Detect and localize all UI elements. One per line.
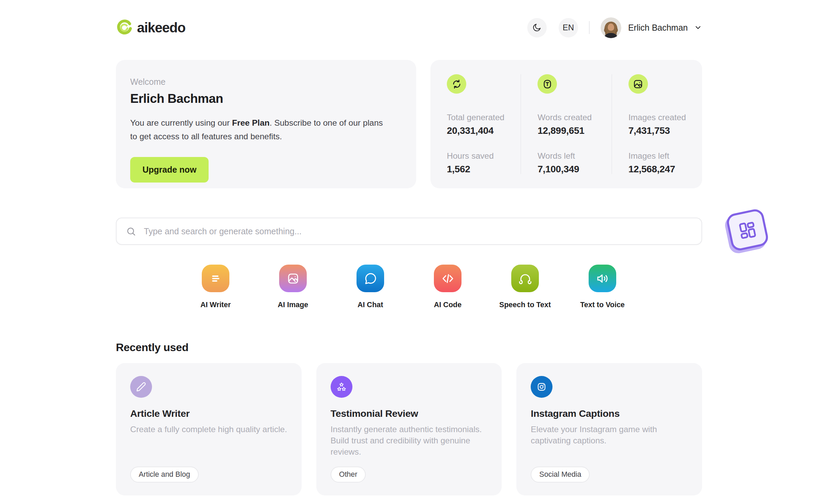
instagram-icon: [531, 376, 552, 398]
language-label: EN: [563, 23, 574, 32]
welcome-card: Welcome Erlich Bachman You are currently…: [116, 60, 416, 188]
stat-label: Words left: [537, 151, 611, 161]
tool-label: AI Writer: [200, 301, 231, 309]
code-icon: [434, 265, 461, 292]
tool-label: AI Image: [278, 301, 308, 309]
speaker-icon: [589, 265, 616, 292]
language-button[interactable]: EN: [559, 18, 578, 37]
stat-label: Images left: [628, 151, 702, 161]
headphones-icon: [511, 265, 539, 292]
tool-speech-to-text[interactable]: Speech to Text: [486, 265, 564, 309]
stat-label: Images created: [628, 113, 702, 122]
recently-used-row: Article Writer Create a fully complete h…: [116, 363, 702, 495]
theme-toggle-button[interactable]: [527, 18, 547, 37]
stat-value: 1,562: [447, 164, 520, 175]
user-menu[interactable]: Erlich Bachman: [601, 17, 702, 38]
text-icon: [537, 74, 557, 94]
card-title: Testimonial Review: [331, 408, 488, 419]
welcome-eyebrow: Welcome: [130, 77, 402, 87]
recently-used-heading: Recently used: [116, 341, 702, 354]
pencil-icon: [130, 376, 152, 398]
tool-ai-chat[interactable]: AI Chat: [332, 265, 409, 309]
dashboard-page: aikeedo EN: [116, 0, 702, 495]
stat-column-generated: Total generated 20,331,404 Hours saved 1…: [430, 74, 520, 174]
widgets-button[interactable]: [725, 208, 770, 252]
card-description: Elevate your Instagram game with captiva…: [531, 424, 688, 446]
card-title: Instagram Captions: [531, 408, 688, 419]
image-icon: [279, 265, 307, 292]
search-bar: [116, 218, 702, 245]
logo-icon: [116, 19, 133, 36]
card-tag: Other: [331, 467, 366, 483]
chat-icon: [357, 265, 384, 292]
stat-label: Total generated: [447, 113, 520, 122]
card-testimonial-review[interactable]: Testimonial Review Instantly generate au…: [316, 363, 502, 495]
upgrade-button[interactable]: Upgrade now: [130, 157, 209, 183]
tool-text-to-voice[interactable]: Text to Voice: [564, 265, 641, 309]
card-article-writer[interactable]: Article Writer Create a fully complete h…: [116, 363, 302, 495]
stat-label: Hours saved: [447, 151, 520, 161]
tool-label: AI Code: [434, 301, 461, 309]
stat-column-images: Images created 7,431,753 Images left 12,…: [611, 74, 702, 174]
tool-ai-code[interactable]: AI Code: [409, 265, 486, 309]
header: aikeedo EN: [116, 17, 702, 38]
avatar: [601, 17, 621, 38]
image-icon: [628, 74, 648, 94]
header-divider: [589, 21, 590, 34]
grid-icon: [736, 218, 759, 242]
card-tag: Social Media: [531, 467, 590, 483]
chevron-down-icon: [694, 23, 702, 32]
stat-column-words: Words created 12,899,651 Words left 7,10…: [520, 74, 611, 174]
logo[interactable]: aikeedo: [116, 19, 185, 36]
user-name: Erlich Bachman: [628, 23, 688, 33]
usage-stats-card: Total generated 20,331,404 Hours saved 1…: [430, 60, 702, 188]
stat-value: 7,100,349: [537, 164, 611, 175]
card-title: Article Writer: [130, 408, 287, 419]
stat-value: 12,899,651: [537, 125, 611, 136]
search-input[interactable]: [116, 218, 702, 245]
card-description: Create a fully complete high quality art…: [130, 424, 287, 435]
welcome-user-name: Erlich Bachman: [130, 92, 402, 106]
moon-icon: [532, 23, 542, 32]
tool-ai-writer[interactable]: AI Writer: [177, 265, 254, 309]
writer-icon: [202, 265, 229, 292]
tool-ai-image[interactable]: AI Image: [254, 265, 332, 309]
stars-icon: [331, 376, 352, 398]
plan-message: You are currently using our Free Plan. S…: [130, 116, 389, 143]
logo-text: aikeedo: [137, 20, 185, 35]
card-instagram-captions[interactable]: Instagram Captions Elevate your Instagra…: [516, 363, 702, 495]
tool-label: AI Chat: [358, 301, 383, 309]
stat-value: 7,431,753: [628, 125, 702, 136]
tools-row: AI Writer AI Image AI Chat: [116, 265, 702, 309]
tool-label: Text to Voice: [580, 301, 625, 309]
header-actions: EN: [527, 17, 702, 38]
tool-label: Speech to Text: [499, 301, 551, 309]
sync-icon: [447, 74, 466, 94]
stat-value: 12,568,247: [628, 164, 702, 175]
stat-label: Words created: [537, 113, 611, 122]
stat-value: 20,331,404: [447, 125, 520, 136]
top-row: Welcome Erlich Bachman You are currently…: [116, 60, 702, 188]
card-tag: Article and Blog: [130, 467, 199, 483]
card-description: Instantly generate authentic testimonial…: [331, 424, 488, 457]
plan-name: Free Plan: [232, 118, 270, 127]
